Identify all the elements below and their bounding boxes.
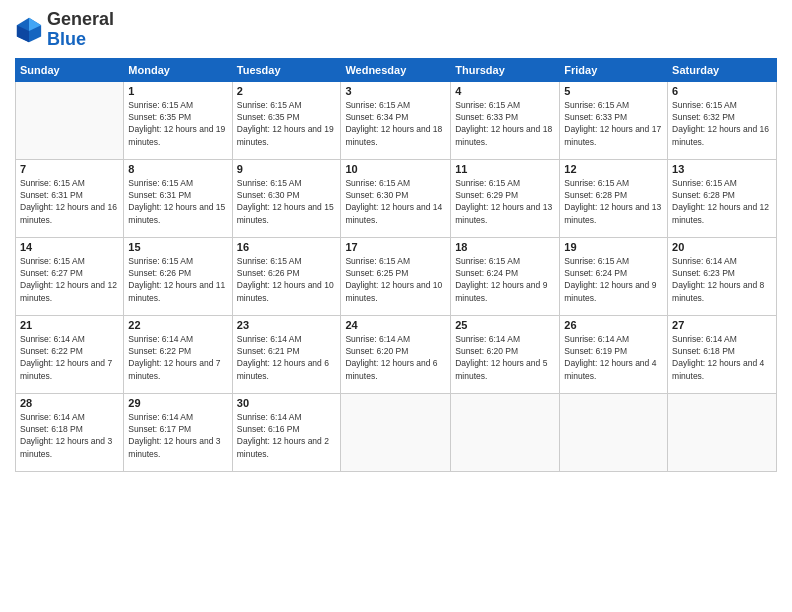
daylight-label: Daylight: 12 hours and 12 minutes. (672, 202, 769, 224)
sunrise-label: Sunrise: 6:14 AM (672, 334, 737, 344)
day-number: 4 (455, 85, 555, 97)
sunset-label: Sunset: 6:26 PM (237, 268, 300, 278)
sunset-label: Sunset: 6:17 PM (128, 424, 191, 434)
sunrise-label: Sunrise: 6:15 AM (345, 100, 410, 110)
daylight-label: Daylight: 12 hours and 10 minutes. (237, 280, 334, 302)
logo: General Blue (15, 10, 114, 50)
day-info: Sunrise: 6:15 AM Sunset: 6:31 PM Dayligh… (20, 177, 119, 226)
daylight-label: Daylight: 12 hours and 16 minutes. (672, 124, 769, 146)
day-info: Sunrise: 6:15 AM Sunset: 6:27 PM Dayligh… (20, 255, 119, 304)
day-number: 8 (128, 163, 227, 175)
day-info: Sunrise: 6:15 AM Sunset: 6:28 PM Dayligh… (564, 177, 663, 226)
day-info: Sunrise: 6:15 AM Sunset: 6:30 PM Dayligh… (345, 177, 446, 226)
sunrise-label: Sunrise: 6:15 AM (128, 256, 193, 266)
sunrise-label: Sunrise: 6:15 AM (128, 100, 193, 110)
daylight-label: Daylight: 12 hours and 7 minutes. (20, 358, 112, 380)
day-number: 13 (672, 163, 772, 175)
sunset-label: Sunset: 6:22 PM (128, 346, 191, 356)
day-info: Sunrise: 6:15 AM Sunset: 6:28 PM Dayligh… (672, 177, 772, 226)
day-number: 26 (564, 319, 663, 331)
sunset-label: Sunset: 6:18 PM (672, 346, 735, 356)
daylight-label: Daylight: 12 hours and 19 minutes. (237, 124, 334, 146)
col-friday: Friday (560, 58, 668, 81)
day-number: 14 (20, 241, 119, 253)
day-number: 12 (564, 163, 663, 175)
daylight-label: Daylight: 12 hours and 16 minutes. (20, 202, 117, 224)
day-info: Sunrise: 6:14 AM Sunset: 6:18 PM Dayligh… (20, 411, 119, 460)
sunset-label: Sunset: 6:22 PM (20, 346, 83, 356)
calendar-cell: 25 Sunrise: 6:14 AM Sunset: 6:20 PM Dayl… (451, 315, 560, 393)
sunrise-label: Sunrise: 6:15 AM (455, 100, 520, 110)
calendar-week-row: 28 Sunrise: 6:14 AM Sunset: 6:18 PM Dayl… (16, 393, 777, 471)
sunrise-label: Sunrise: 6:14 AM (564, 334, 629, 344)
day-info: Sunrise: 6:14 AM Sunset: 6:19 PM Dayligh… (564, 333, 663, 382)
day-number: 16 (237, 241, 337, 253)
sunrise-label: Sunrise: 6:15 AM (564, 178, 629, 188)
calendar-cell: 23 Sunrise: 6:14 AM Sunset: 6:21 PM Dayl… (232, 315, 341, 393)
sunrise-label: Sunrise: 6:14 AM (20, 334, 85, 344)
calendar-cell (451, 393, 560, 471)
sunrise-label: Sunrise: 6:14 AM (128, 334, 193, 344)
daylight-label: Daylight: 12 hours and 13 minutes. (564, 202, 661, 224)
sunset-label: Sunset: 6:20 PM (345, 346, 408, 356)
calendar-cell: 28 Sunrise: 6:14 AM Sunset: 6:18 PM Dayl… (16, 393, 124, 471)
sunset-label: Sunset: 6:33 PM (564, 112, 627, 122)
calendar-cell: 9 Sunrise: 6:15 AM Sunset: 6:30 PM Dayli… (232, 159, 341, 237)
day-info: Sunrise: 6:15 AM Sunset: 6:26 PM Dayligh… (237, 255, 337, 304)
day-number: 1 (128, 85, 227, 97)
calendar-cell: 14 Sunrise: 6:15 AM Sunset: 6:27 PM Dayl… (16, 237, 124, 315)
day-number: 20 (672, 241, 772, 253)
col-thursday: Thursday (451, 58, 560, 81)
daylight-label: Daylight: 12 hours and 3 minutes. (128, 436, 220, 458)
day-number: 27 (672, 319, 772, 331)
calendar-cell: 2 Sunrise: 6:15 AM Sunset: 6:35 PM Dayli… (232, 81, 341, 159)
day-number: 23 (237, 319, 337, 331)
day-info: Sunrise: 6:15 AM Sunset: 6:25 PM Dayligh… (345, 255, 446, 304)
sunrise-label: Sunrise: 6:15 AM (455, 178, 520, 188)
sunset-label: Sunset: 6:31 PM (128, 190, 191, 200)
sunset-label: Sunset: 6:35 PM (128, 112, 191, 122)
day-number: 19 (564, 241, 663, 253)
calendar-cell: 4 Sunrise: 6:15 AM Sunset: 6:33 PM Dayli… (451, 81, 560, 159)
daylight-label: Daylight: 12 hours and 18 minutes. (345, 124, 442, 146)
day-info: Sunrise: 6:14 AM Sunset: 6:21 PM Dayligh… (237, 333, 337, 382)
day-number: 5 (564, 85, 663, 97)
calendar-table: Sunday Monday Tuesday Wednesday Thursday… (15, 58, 777, 472)
calendar-cell: 26 Sunrise: 6:14 AM Sunset: 6:19 PM Dayl… (560, 315, 668, 393)
daylight-label: Daylight: 12 hours and 17 minutes. (564, 124, 661, 146)
day-info: Sunrise: 6:14 AM Sunset: 6:20 PM Dayligh… (345, 333, 446, 382)
daylight-label: Daylight: 12 hours and 13 minutes. (455, 202, 552, 224)
day-info: Sunrise: 6:14 AM Sunset: 6:23 PM Dayligh… (672, 255, 772, 304)
sunset-label: Sunset: 6:24 PM (455, 268, 518, 278)
daylight-label: Daylight: 12 hours and 11 minutes. (128, 280, 225, 302)
sunset-label: Sunset: 6:29 PM (455, 190, 518, 200)
calendar-cell: 16 Sunrise: 6:15 AM Sunset: 6:26 PM Dayl… (232, 237, 341, 315)
sunset-label: Sunset: 6:30 PM (237, 190, 300, 200)
day-number: 9 (237, 163, 337, 175)
day-number: 3 (345, 85, 446, 97)
header: General Blue (15, 10, 777, 50)
sunset-label: Sunset: 6:20 PM (455, 346, 518, 356)
day-info: Sunrise: 6:15 AM Sunset: 6:24 PM Dayligh… (564, 255, 663, 304)
calendar-cell: 21 Sunrise: 6:14 AM Sunset: 6:22 PM Dayl… (16, 315, 124, 393)
daylight-label: Daylight: 12 hours and 7 minutes. (128, 358, 220, 380)
day-info: Sunrise: 6:14 AM Sunset: 6:18 PM Dayligh… (672, 333, 772, 382)
calendar-cell: 18 Sunrise: 6:15 AM Sunset: 6:24 PM Dayl… (451, 237, 560, 315)
sunrise-label: Sunrise: 6:14 AM (237, 334, 302, 344)
calendar-cell: 11 Sunrise: 6:15 AM Sunset: 6:29 PM Dayl… (451, 159, 560, 237)
calendar-cell: 8 Sunrise: 6:15 AM Sunset: 6:31 PM Dayli… (124, 159, 232, 237)
col-sunday: Sunday (16, 58, 124, 81)
sunset-label: Sunset: 6:16 PM (237, 424, 300, 434)
day-info: Sunrise: 6:15 AM Sunset: 6:35 PM Dayligh… (237, 99, 337, 148)
daylight-label: Daylight: 12 hours and 18 minutes. (455, 124, 552, 146)
calendar-cell: 12 Sunrise: 6:15 AM Sunset: 6:28 PM Dayl… (560, 159, 668, 237)
sunset-label: Sunset: 6:21 PM (237, 346, 300, 356)
sunset-label: Sunset: 6:23 PM (672, 268, 735, 278)
sunset-label: Sunset: 6:24 PM (564, 268, 627, 278)
calendar-cell: 20 Sunrise: 6:14 AM Sunset: 6:23 PM Dayl… (668, 237, 777, 315)
daylight-label: Daylight: 12 hours and 6 minutes. (345, 358, 437, 380)
day-number: 25 (455, 319, 555, 331)
day-number: 7 (20, 163, 119, 175)
col-monday: Monday (124, 58, 232, 81)
sunrise-label: Sunrise: 6:15 AM (128, 178, 193, 188)
